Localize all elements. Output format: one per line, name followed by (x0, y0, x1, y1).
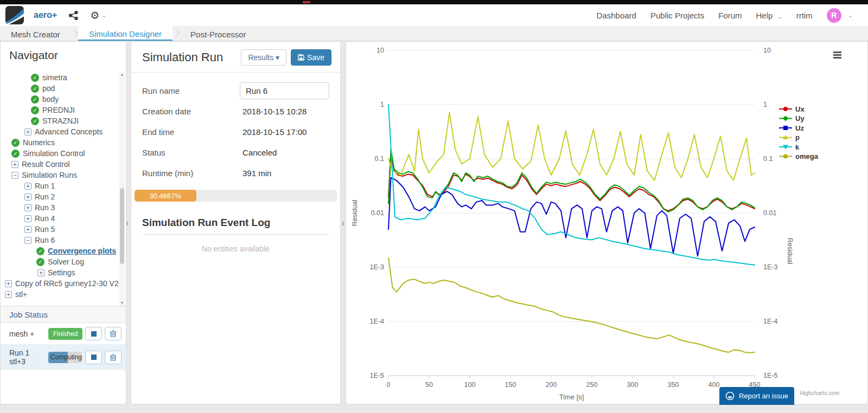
expand-icon[interactable]: + (5, 280, 12, 287)
tree-item-run-5[interactable]: +Run 5 (1, 224, 120, 235)
check-icon: ✓ (31, 117, 39, 125)
sidebar-resize-handle[interactable]: ‖ (125, 217, 129, 231)
tree-item-straznji[interactable]: ✓STRAZNJI (1, 115, 120, 126)
tree-item-label: Run 5 (35, 225, 55, 234)
y-axis-tick-label-right: 1E-4 (763, 318, 777, 325)
expand-icon[interactable]: + (24, 215, 31, 222)
tree-item-run-2[interactable]: +Run 2 (1, 191, 120, 202)
tree-item-label: Run 3 (35, 203, 55, 212)
x-axis-tick-label: 300 (627, 381, 639, 389)
stop-job-button[interactable] (85, 327, 102, 340)
collapse-icon[interactable]: − (24, 237, 31, 244)
tree-item-run-3[interactable]: +Run 3 (1, 202, 120, 213)
tree-item-prednji[interactable]: ✓PREDNJI (1, 105, 120, 115)
tree-item-run-6[interactable]: −Run 6 (1, 235, 120, 246)
y-axis-tick-label-right: 0.01 (763, 209, 776, 217)
legend-item-Ux[interactable]: Ux (779, 105, 805, 113)
nav-link-dashboard[interactable]: Dashboard (597, 11, 636, 20)
tree-item-body[interactable]: ✓body (1, 94, 120, 105)
expand-icon[interactable]: + (24, 193, 31, 201)
tree-item-label: Run 2 (35, 192, 55, 201)
smiley-icon (725, 391, 735, 401)
share-icon[interactable] (69, 11, 78, 20)
tree-item-label: Convergence plots (48, 247, 116, 255)
nav-link-help[interactable]: Help ⌄ (756, 11, 782, 20)
series-line-omega (388, 257, 755, 352)
tree-item-solver-log[interactable]: ✓Solver Log (1, 256, 120, 267)
nav-link-public-projects[interactable]: Public Projects (650, 11, 704, 20)
panel-resize-handle[interactable]: ‖ (341, 217, 345, 231)
collapse-icon[interactable]: − (11, 172, 18, 179)
tree-item-simetra[interactable]: ✓simetra (1, 72, 120, 83)
run-name-input[interactable] (240, 82, 329, 99)
navigator-title: Navigator (1, 42, 126, 67)
caret-down-icon: ▾ (276, 53, 279, 62)
scroll-up-icon[interactable]: ▲ (119, 72, 125, 78)
tree-item-pod[interactable]: ✓pod (1, 83, 120, 94)
field-value: Canceled (242, 148, 277, 157)
tree-item-copy-of-rrc5-gurney12-30-v2[interactable]: +Copy of RRc5 gurney12-30 V2 (1, 278, 120, 289)
save-button[interactable]: Save (291, 49, 331, 66)
series-line-p (388, 112, 755, 180)
y-axis-tick-label: 10 (376, 47, 384, 54)
nav-link-forum[interactable]: Forum (718, 11, 742, 20)
tree-item-numerics[interactable]: ✓Numerics (1, 137, 120, 148)
tree-item-run-4[interactable]: +Run 4 (1, 213, 120, 224)
tree-scrollbar[interactable]: ▲ ▼ (119, 72, 125, 306)
tree-item-convergence-plots[interactable]: ✓Convergence plots (1, 246, 120, 256)
scrollbar-thumb[interactable] (120, 188, 124, 264)
check-icon: ✓ (31, 106, 39, 114)
expand-icon[interactable]: + (37, 269, 44, 276)
tab-post-processor[interactable]: Post-Processor (180, 26, 257, 41)
chevron-down-icon: ⌄ (848, 12, 853, 19)
highcharts-credit[interactable]: Highcharts.com (800, 390, 839, 396)
tree-item-settings[interactable]: +Settings (1, 267, 120, 278)
stop-icon (91, 331, 97, 337)
tab-simulation-designer[interactable]: Simulation Designer (78, 26, 173, 41)
project-title[interactable]: aero+ (34, 10, 57, 20)
legend-item-Uy[interactable]: Uy (779, 114, 805, 122)
x-axis-tick-label: 400 (709, 381, 720, 389)
stop-job-button[interactable] (85, 351, 102, 364)
x-axis-tick-label: 100 (464, 381, 476, 389)
tree-item-result-control[interactable]: +Result Control (1, 159, 120, 170)
form-row-creation-date: Creation date2018-10-15 10:28 (142, 101, 329, 121)
delete-job-button[interactable] (105, 351, 122, 364)
job-name: mesh + (9, 330, 48, 338)
tree-item-simulation-runs[interactable]: −Simulation Runs (1, 170, 120, 180)
legend-item-Uz[interactable]: Uz (779, 124, 804, 132)
scroll-down-icon[interactable]: ▼ (119, 300, 125, 306)
app-logo[interactable] (5, 6, 24, 24)
chevron-down-icon: ⌄ (777, 13, 782, 20)
expand-icon[interactable]: + (11, 161, 18, 168)
settings-gear-menu[interactable]: ⚙ ⌄ (90, 9, 106, 22)
navigator-panel: Navigator ✓simetra✓pod✓body✓PREDNJI✓STRA… (0, 41, 126, 404)
tree-item-simulation-control[interactable]: ✓Simulation Control (1, 148, 120, 159)
tab-mesh-creator[interactable]: Mesh Creator (0, 26, 71, 41)
legend-label: k (795, 143, 800, 151)
expand-icon[interactable]: + (5, 291, 12, 298)
tree-item-label: stl+ (15, 290, 27, 299)
legend-item-omega[interactable]: omega (779, 152, 819, 160)
event-log-empty-text: No entities available (131, 235, 340, 253)
tree-item-label: Copy of RRc5 gurney12-30 V2 (15, 279, 119, 288)
tree-item-label: Simulation Control (23, 149, 85, 158)
chart-menu-icon[interactable] (833, 51, 841, 60)
tree-item-run-1[interactable]: +Run 1 (1, 180, 120, 191)
results-dropdown-button[interactable]: Results ▾ (241, 49, 286, 66)
field-label: Creation date (142, 107, 242, 116)
legend-item-k[interactable]: k (779, 143, 800, 151)
expand-icon[interactable]: + (24, 204, 31, 211)
expand-icon[interactable]: + (24, 226, 31, 233)
chevron-down-icon: ⌄ (101, 12, 106, 19)
expand-icon[interactable]: + (24, 183, 31, 190)
legend-item-p[interactable]: p (779, 133, 800, 141)
tree-item-advanced-concepts[interactable]: +Advanced Concepts (1, 126, 120, 137)
report-issue-button[interactable]: Report an issue (719, 387, 794, 405)
expand-icon[interactable]: + (24, 128, 31, 135)
delete-job-button[interactable] (105, 327, 122, 340)
tree-item-stl-[interactable]: +stl+ (1, 289, 120, 300)
avatar[interactable]: R (827, 8, 841, 23)
user-menu[interactable]: R ⌄ (827, 8, 853, 23)
y-axis-tick-label: 0.1 (375, 155, 384, 163)
